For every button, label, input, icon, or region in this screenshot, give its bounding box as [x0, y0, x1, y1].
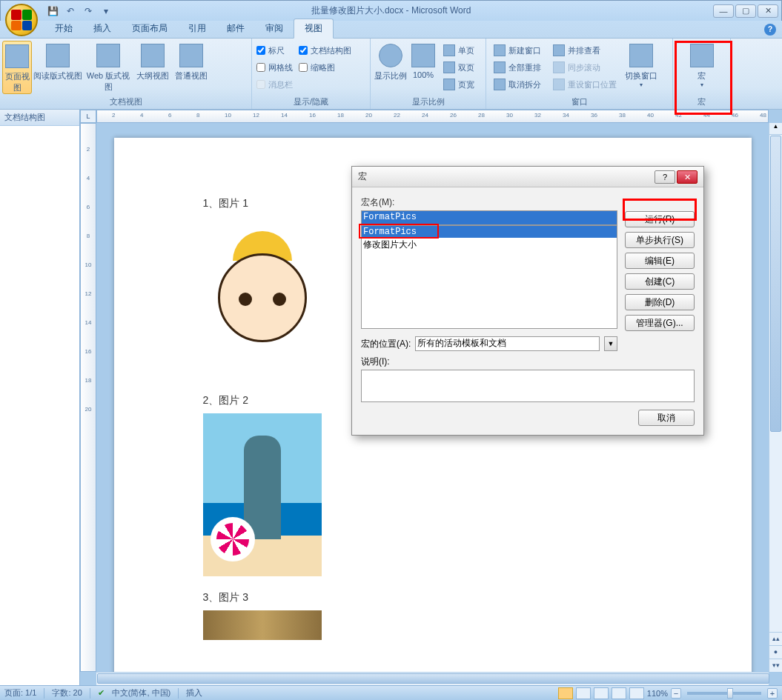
syncscroll-icon: [553, 61, 565, 73]
image-2[interactable]: [203, 413, 322, 576]
tab-insert[interactable]: 插入: [83, 19, 122, 38]
macros-button[interactable]: 宏▾: [686, 41, 718, 94]
titlebar: 💾 ↶ ↷ ▾ 批量修改图片大小.docx - Microsoft Word —…: [0, 0, 782, 21]
maximize-button[interactable]: ▢: [735, 4, 756, 18]
tab-home[interactable]: 开始: [44, 19, 83, 38]
zoom-one-page[interactable]: 单页: [440, 43, 477, 58]
minimize-button[interactable]: —: [713, 4, 734, 18]
status-view-reading[interactable]: [576, 687, 591, 699]
ruler-corner[interactable]: L: [80, 110, 96, 123]
macro-list[interactable]: FormatPics 修改图片大小: [361, 225, 617, 329]
dropdown-arrow-icon[interactable]: ▼: [604, 336, 617, 351]
help-icon[interactable]: ?: [764, 24, 776, 36]
tab-view[interactable]: 视图: [294, 19, 334, 39]
run-button[interactable]: 运行(R): [625, 211, 695, 227]
close-button[interactable]: ✕: [758, 4, 778, 18]
spellcheck-icon[interactable]: ✔: [98, 688, 105, 698]
paragraph-3[interactable]: 3、图片 3: [203, 591, 663, 604]
zoom-100-button[interactable]: 100%: [410, 41, 437, 94]
image-1[interactable]: [203, 216, 322, 379]
check-thumbnails[interactable]: 缩略图: [299, 60, 351, 75]
zoom-in-button[interactable]: +: [767, 688, 778, 699]
new-window-button[interactable]: 新建窗口: [491, 43, 544, 58]
macro-list-item[interactable]: 修改图片大小: [362, 238, 617, 252]
scroll-thumb-v[interactable]: [770, 136, 781, 432]
tab-references[interactable]: 引用: [178, 19, 216, 38]
browse-select-button[interactable]: ●: [769, 645, 782, 659]
macro-list-item[interactable]: FormatPics: [362, 226, 617, 238]
status-view-outline[interactable]: [612, 687, 626, 699]
check-ruler[interactable]: 标尺: [256, 43, 293, 58]
status-view-printlayout[interactable]: [558, 687, 573, 699]
status-page[interactable]: 页面: 1/1: [4, 687, 36, 699]
view-outline[interactable]: 大纲视图: [134, 41, 171, 94]
view-normal-label: 普通视图: [175, 70, 208, 81]
zoom-dialog-button[interactable]: 显示比例: [373, 41, 408, 94]
organizer-button[interactable]: 管理器(G)...: [625, 315, 695, 331]
tab-review[interactable]: 审阅: [255, 19, 294, 38]
status-separator: [178, 688, 179, 699]
status-mode[interactable]: 插入: [186, 687, 202, 699]
web-layout-icon: [96, 44, 120, 67]
quick-access-toolbar: 💾 ↶ ↷ ▾: [45, 4, 113, 19]
step-button[interactable]: 单步执行(S): [625, 232, 695, 248]
switch-window-button[interactable]: 切换窗口▾: [623, 41, 659, 94]
zoom-page-width[interactable]: 页宽: [440, 77, 477, 92]
zoom-slider[interactable]: [687, 692, 761, 695]
status-language[interactable]: 中文(简体, 中国): [112, 687, 170, 699]
zoom-slider-thumb[interactable]: [727, 688, 733, 699]
prev-page-button[interactable]: ▴▴: [769, 632, 782, 645]
vertical-ruler[interactable]: 2468101214161820: [80, 123, 96, 672]
create-button[interactable]: 创建(C): [625, 273, 695, 290]
macro-name-input[interactable]: FormatPics: [361, 210, 617, 225]
check-thumbnails-label: 缩略图: [311, 62, 335, 73]
check-msgbar[interactable]: 消息栏: [256, 77, 293, 92]
qat-dropdown-icon[interactable]: ▾: [99, 4, 113, 19]
check-docmap[interactable]: 文档结构图: [299, 43, 351, 58]
redo-icon[interactable]: ↷: [81, 4, 96, 19]
scroll-up-icon[interactable]: ▲: [769, 123, 782, 135]
status-view-draft[interactable]: [629, 687, 644, 699]
view-web[interactable]: Web 版式视图: [84, 41, 133, 94]
zoom-two-page[interactable]: 双页: [440, 60, 477, 75]
horizontal-scrollbar[interactable]: [96, 672, 769, 685]
newwindow-icon: [494, 44, 506, 56]
hundred-icon: [411, 44, 435, 67]
tab-pagelayout[interactable]: 页面布局: [122, 19, 178, 38]
document-map-pane[interactable]: 文档结构图: [0, 110, 80, 685]
window-title: 批量修改图片大小.docx - Microsoft Word: [311, 4, 471, 17]
reset-pos-label: 重设窗口位置: [568, 79, 617, 90]
view-reading[interactable]: 阅读版式视图: [33, 41, 82, 94]
macro-location-select[interactable]: 所有的活动模板和文档: [415, 336, 600, 351]
macro-desc-textarea[interactable]: [361, 370, 695, 402]
side-by-side-button[interactable]: 并排查看: [550, 43, 620, 58]
undo-icon[interactable]: ↶: [63, 4, 78, 19]
check-gridlines[interactable]: 网格线: [256, 60, 293, 75]
status-view-web[interactable]: [594, 687, 609, 699]
cancel-button[interactable]: 取消: [638, 410, 695, 426]
check-ruler-label: 标尺: [268, 45, 285, 56]
dialog-body: 宏名(M): FormatPics FormatPics 修改图片大小 运行(R…: [352, 187, 703, 435]
group-window: 新建窗口 全部重排 取消拆分 并排查看 同步滚动 重设窗口位置 切换窗口▾ 窗口: [486, 39, 673, 109]
zoom-out-button[interactable]: −: [671, 688, 681, 699]
view-print-layout[interactable]: 页面视图: [2, 41, 32, 94]
next-page-button[interactable]: ▾▾: [769, 659, 782, 672]
tab-mailings[interactable]: 邮件: [216, 19, 255, 38]
scroll-thumb-h[interactable]: [97, 673, 769, 684]
edit-button[interactable]: 编辑(E): [625, 253, 695, 269]
delete-button[interactable]: 删除(D): [625, 294, 695, 310]
status-words[interactable]: 字数: 20: [52, 687, 82, 699]
view-normal[interactable]: 普通视图: [173, 41, 210, 94]
save-icon[interactable]: 💾: [45, 4, 60, 19]
dialog-help-button[interactable]: ?: [655, 170, 675, 184]
split-button[interactable]: 取消拆分: [491, 77, 544, 92]
dialog-close-button[interactable]: ✕: [677, 170, 697, 184]
arrange-all-button[interactable]: 全部重排: [491, 60, 544, 75]
chevron-down-icon: ▾: [700, 81, 703, 88]
office-button[interactable]: [5, 4, 38, 36]
vertical-scrollbar[interactable]: ▲: [769, 123, 782, 659]
dialog-titlebar[interactable]: 宏 ? ✕: [352, 167, 703, 187]
status-zoom[interactable]: 110%: [647, 689, 668, 698]
horizontal-ruler[interactable]: 2468101214161820222426283032343638404244…: [96, 110, 769, 123]
image-3[interactable]: [203, 610, 322, 640]
